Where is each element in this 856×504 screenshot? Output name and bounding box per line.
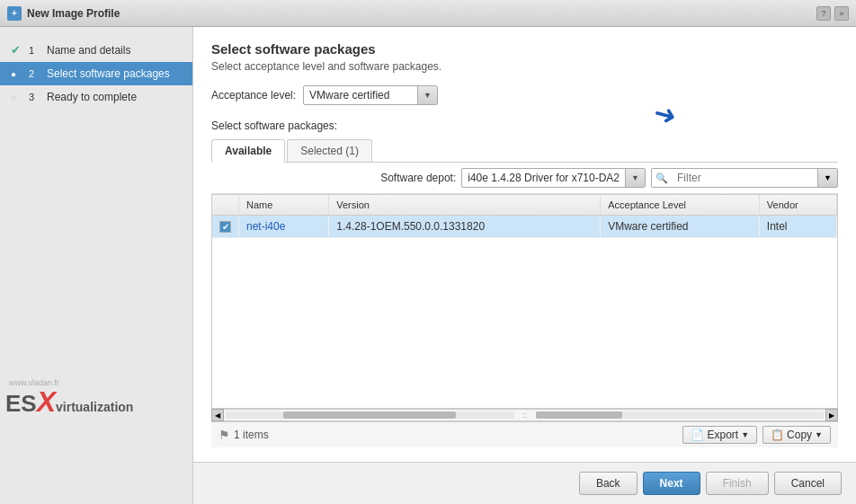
sidebar-item-label-2: Select software packages — [47, 67, 170, 80]
scroll-thumb[interactable] — [283, 411, 456, 419]
content-subtitle: Select acceptance level and software pac… — [211, 60, 838, 73]
pending-icon: ○ — [11, 93, 23, 102]
filter-box[interactable]: 🔍 ▼ — [651, 168, 838, 188]
sidebar-item-number-2: 2 — [29, 68, 41, 79]
scroll-left-btn[interactable]: ◀ — [211, 409, 224, 421]
depot-value: i40e 1.4.28 Driver for x710-DA2 — [462, 172, 625, 184]
packages-table: Name Version Acceptance Level Vendor ✔ n… — [212, 195, 837, 238]
acceptance-label: Acceptance level: — [211, 89, 296, 102]
row-checkbox-cell[interactable]: ✔ — [212, 216, 239, 238]
tabs: Available Selected (1) — [211, 139, 838, 163]
main-container: ✔ 1 Name and details ● 2 Select software… — [0, 27, 856, 504]
scroll-thumb-right[interactable] — [536, 411, 622, 419]
footer: Back Next Finish Cancel — [193, 462, 856, 504]
status-bar-left: ⚑ 1 items — [218, 428, 269, 442]
sidebar-item-label-1: Name and details — [47, 44, 130, 57]
export-icon: 📄 — [691, 429, 704, 441]
right-panel: Select software packages Select acceptan… — [193, 27, 856, 504]
help-button[interactable]: ? — [816, 6, 831, 21]
scroll-track — [226, 411, 514, 419]
row-vendor: Intel — [759, 216, 836, 238]
acceptance-row: Acceptance level: VMware certified ▼ — [211, 85, 838, 105]
tab-available[interactable]: Available — [211, 139, 285, 163]
packages-section-title: Select software packages: — [211, 119, 838, 132]
collapse-button[interactable]: » — [834, 6, 849, 21]
filter-input[interactable] — [672, 172, 817, 184]
sidebar-item-name-details[interactable]: ✔ 1 Name and details — [0, 38, 192, 62]
sidebar-item-label-3: Ready to complete — [47, 91, 137, 103]
export-button[interactable]: 📄 Export ▼ — [682, 426, 757, 444]
table-row[interactable]: ✔ net-i40e 1.4.28-1OEM.550.0.0.1331820 V… — [212, 216, 837, 238]
horizontal-scrollbar[interactable]: ◀ :: ▶ — [211, 409, 838, 421]
col-checkbox — [212, 195, 239, 216]
logo-virt: virtualization — [56, 401, 133, 413]
row-name: net-i40e — [239, 216, 329, 238]
col-acceptance: Acceptance Level — [601, 195, 760, 216]
col-name: Name — [239, 195, 329, 216]
col-version: Version — [329, 195, 601, 216]
watermark-area: www.vladan.fr ES X virtualization — [0, 378, 192, 416]
depot-dropdown[interactable]: i40e 1.4.28 Driver for x710-DA2 ▼ — [461, 168, 646, 188]
scroll-track-right — [536, 411, 825, 419]
next-button[interactable]: Next — [643, 472, 700, 495]
packages-table-container: Name Version Acceptance Level Vendor ✔ n… — [211, 194, 838, 409]
status-icon: ⚑ — [218, 428, 230, 442]
col-vendor: Vendor — [759, 195, 836, 216]
sidebar-item-ready-complete[interactable]: ○ 3 Ready to complete — [0, 85, 192, 109]
acceptance-dropdown[interactable]: VMware certified ▼ — [303, 85, 438, 105]
row-acceptance: VMware certified — [601, 216, 760, 238]
export-dropdown-arrow: ▼ — [741, 430, 749, 439]
filter-dropdown-btn[interactable]: ▼ — [817, 169, 837, 187]
title-bar-controls: ? » — [816, 6, 849, 21]
copy-label: Copy — [787, 429, 812, 441]
finish-button[interactable]: Finish — [706, 472, 769, 495]
scroll-right-btn[interactable]: ▶ — [825, 409, 838, 421]
depot-label: Software depot: — [380, 172, 456, 184]
depot-dropdown-btn[interactable]: ▼ — [625, 169, 645, 187]
title-bar-icon: + — [7, 6, 22, 21]
cancel-button[interactable]: Cancel — [774, 472, 842, 495]
scroll-center-grip[interactable]: :: — [516, 411, 534, 420]
sidebar-item-number-1: 1 — [29, 45, 41, 56]
content-title: Select software packages — [211, 41, 838, 57]
row-checkbox[interactable]: ✔ — [219, 221, 231, 233]
status-bar: ⚑ 1 items 📄 Export ▼ 📋 Copy ▼ — [211, 421, 838, 447]
sidebar-item-select-software[interactable]: ● 2 Select software packages — [0, 62, 192, 85]
toolbar-row: Software depot: i40e 1.4.28 Driver for x… — [211, 163, 838, 194]
acceptance-value: VMware certified — [304, 89, 417, 102]
copy-dropdown-arrow: ▼ — [815, 430, 823, 439]
table-header-row: Name Version Acceptance Level Vendor — [212, 195, 837, 216]
watermark-logo: ES X virtualization — [0, 387, 192, 416]
export-label: Export — [707, 429, 738, 441]
title-bar: + New Image Profile ? » — [0, 0, 856, 27]
copy-button[interactable]: 📋 Copy ▼ — [762, 426, 831, 444]
acceptance-dropdown-btn[interactable]: ▼ — [417, 86, 437, 104]
status-items: 1 items — [234, 429, 269, 441]
active-indicator: ● — [11, 69, 23, 79]
sidebar-item-number-3: 3 — [29, 92, 41, 102]
tab-selected[interactable]: Selected (1) — [287, 139, 372, 162]
logo-x: X — [37, 387, 56, 416]
logo-es: ES — [5, 392, 37, 415]
content-area: Select software packages Select acceptan… — [193, 27, 856, 462]
check-icon: ✔ — [11, 43, 23, 57]
tabs-container: Available Selected (1) ➜ — [211, 139, 838, 163]
back-button[interactable]: Back — [579, 472, 638, 495]
copy-icon: 📋 — [771, 429, 784, 441]
row-version: 1.4.28-1OEM.550.0.0.1331820 — [329, 216, 601, 238]
status-bar-right: 📄 Export ▼ 📋 Copy ▼ — [682, 426, 831, 444]
title-bar-title: New Image Profile — [27, 7, 811, 20]
watermark-url: www.vladan.fr — [0, 378, 192, 387]
sidebar: ✔ 1 Name and details ● 2 Select software… — [0, 27, 193, 504]
search-icon: 🔍 — [652, 172, 672, 184]
